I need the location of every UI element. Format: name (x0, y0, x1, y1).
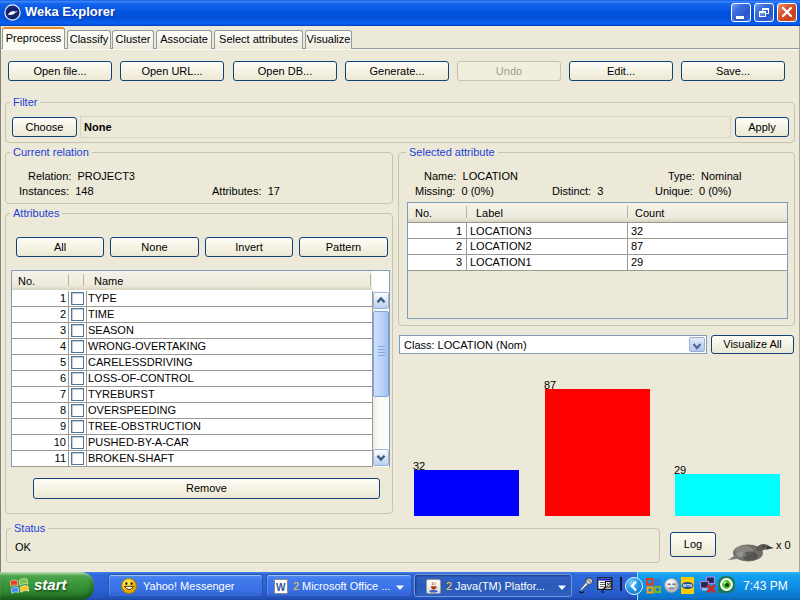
svg-text:MTN: MTN (683, 583, 693, 588)
